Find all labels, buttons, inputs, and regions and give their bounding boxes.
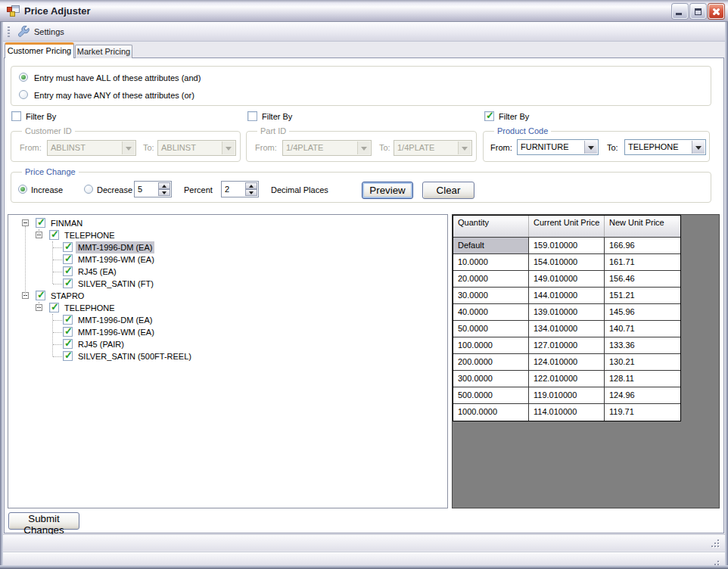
tree-node[interactable]: ✓TELEPHONE [8, 229, 447, 241]
filter-by-checkbox-product[interactable]: ✓ [484, 111, 494, 121]
tree-node-label[interactable]: RJ45 (PAIR) [76, 338, 126, 350]
window-border-bottom[interactable] [0, 565, 728, 569]
grid-cell[interactable]: 130.21 [605, 354, 680, 371]
grid-cell[interactable]: 159.010000 [529, 238, 605, 254]
grid-cell[interactable]: 20.0000 [453, 271, 529, 288]
spin-down-button[interactable] [245, 189, 257, 196]
grid-cell[interactable]: 1000.0000 [453, 404, 529, 421]
grid-row[interactable]: 10.0000154.010000161.71 [453, 254, 680, 271]
tree-node-checkbox[interactable]: ✓ [63, 327, 73, 337]
grid-cell[interactable]: 119.71 [605, 404, 680, 421]
tree-node-checkbox[interactable]: ✓ [63, 278, 73, 288]
grid-cell[interactable]: 149.010000 [529, 271, 605, 288]
tree-node-label[interactable]: MMT-1996-WM (EA) [76, 326, 157, 338]
grid-cell[interactable]: 114.010000 [529, 404, 605, 421]
grid-row[interactable]: 50.0000134.010000140.71 [453, 321, 680, 337]
tree-node[interactable]: ✓MMT-1996-DM (EA) [8, 314, 447, 326]
grid-cell[interactable]: 127.010000 [529, 337, 605, 354]
tree-node-label[interactable]: MMT-1996-DM (EA) [76, 241, 154, 253]
grid-cell[interactable]: 50.0000 [453, 321, 529, 337]
tree-node-checkbox[interactable]: ✓ [36, 291, 45, 300]
tree-node[interactable]: ✓MMT-1996-DM (EA) [8, 241, 447, 253]
tree-node-label[interactable]: SILVER_SATIN (500FT-REEL) [76, 350, 194, 362]
grid-cell[interactable]: 161.71 [605, 254, 680, 271]
product-tree[interactable]: ✓FINMAN✓TELEPHONE✓MMT-1996-DM (EA)✓MMT-1… [8, 214, 448, 508]
maximize-button[interactable] [690, 4, 706, 19]
grid-cell[interactable]: 128.11 [605, 371, 680, 387]
grid-cell[interactable]: 10.0000 [453, 254, 529, 271]
grid-cell[interactable]: 166.96 [605, 238, 680, 254]
grid-header-current-unit-price[interactable]: Current Unit Price [529, 216, 605, 237]
minimize-button[interactable] [672, 4, 688, 19]
tree-node[interactable]: ✓STAPRO [8, 290, 447, 302]
grid-row[interactable]: Default159.010000166.96 [453, 238, 680, 254]
clear-button[interactable]: Clear [422, 182, 474, 199]
grid-row[interactable]: 500.0000119.010000124.96 [453, 387, 680, 404]
tree-expand-icon[interactable] [22, 219, 29, 226]
spin-up-button[interactable] [158, 182, 170, 189]
settings-button[interactable]: Settings [14, 23, 69, 40]
grid-cell[interactable]: 119.010000 [529, 387, 605, 404]
grid-cell[interactable]: 139.010000 [529, 304, 605, 321]
grid-cell[interactable]: 145.96 [605, 304, 680, 321]
grid-header-new-unit-price[interactable]: New Unit Price [605, 216, 680, 237]
pricing-grid[interactable]: Quantity Current Unit Price New Unit Pri… [452, 214, 720, 508]
increase-radio[interactable] [18, 185, 27, 194]
grid-cell[interactable]: Default [453, 238, 529, 254]
grid-row[interactable]: 20.0000149.010000156.46 [453, 271, 680, 288]
tree-node-checkbox[interactable]: ✓ [63, 315, 73, 325]
toolbar-grip[interactable] [8, 26, 10, 37]
grid-cell[interactable]: 122.010000 [529, 371, 605, 387]
tab-market-pricing[interactable]: Market Pricing [75, 45, 132, 58]
grid-cell[interactable]: 124.010000 [529, 354, 605, 371]
grid-header-quantity[interactable]: Quantity [453, 216, 529, 237]
grid-cell[interactable]: 200.0000 [453, 354, 529, 371]
decimal-places-stepper[interactable]: 2 [221, 181, 259, 197]
tree-node[interactable]: ✓TELEPHONE [8, 302, 447, 314]
tree-node[interactable]: ✓FINMAN [8, 217, 447, 229]
tree-node[interactable]: ✓SILVER_SATIN (FT) [8, 278, 447, 290]
tree-node-label[interactable]: TELEPHONE [62, 229, 117, 241]
preview-button[interactable]: Preview [362, 182, 413, 199]
tree-node-label[interactable]: TELEPHONE [62, 302, 117, 314]
tree-node-label[interactable]: MMT-1996-WM (EA) [76, 253, 157, 266]
match-any-radio[interactable] [19, 90, 28, 99]
grid-row[interactable]: 30.0000144.010000151.21 [453, 288, 680, 304]
tree-node[interactable]: ✓MMT-1996-WM (EA) [8, 326, 447, 338]
grid-row[interactable]: 1000.0000114.010000119.71 [453, 404, 680, 421]
tree-node-checkbox[interactable]: ✓ [63, 242, 73, 252]
filter-by-checkbox-customer[interactable] [11, 111, 21, 121]
grid-cell[interactable]: 140.71 [605, 321, 680, 337]
filter-by-checkbox-part[interactable] [247, 111, 257, 121]
product-from-combo[interactable]: FURNITURE [517, 139, 599, 155]
grid-cell[interactable]: 144.010000 [529, 288, 605, 304]
tree-node-checkbox[interactable]: ✓ [63, 254, 73, 264]
grid-cell[interactable]: 30.0000 [453, 288, 529, 304]
tree-node[interactable]: ✓RJ45 (EA) [8, 266, 447, 278]
resize-grip-icon[interactable] [711, 539, 713, 541]
tree-node[interactable]: ✓SILVER_SATIN (500FT-REEL) [8, 350, 447, 362]
spin-down-button[interactable] [158, 189, 170, 196]
grid-cell[interactable]: 156.46 [605, 271, 680, 288]
close-button[interactable] [708, 4, 724, 19]
grid-row[interactable]: 40.0000139.010000145.96 [453, 304, 680, 321]
tree-node-checkbox[interactable]: ✓ [63, 351, 73, 361]
grid-row[interactable]: 100.0000127.010000133.36 [453, 337, 680, 354]
resize-grip-icon[interactable] [711, 561, 713, 562]
grid-row[interactable]: 200.0000124.010000130.21 [453, 354, 680, 371]
grid-cell[interactable]: 300.0000 [453, 371, 529, 387]
tree-node-checkbox[interactable]: ✓ [36, 218, 45, 228]
tree-node[interactable]: ✓RJ45 (PAIR) [8, 338, 447, 350]
grid-cell[interactable]: 154.010000 [529, 254, 605, 271]
grid-row[interactable]: 300.0000122.010000128.11 [453, 371, 680, 387]
tree-node-label[interactable]: FINMAN [48, 217, 85, 229]
tree-node-label[interactable]: SILVER_SATIN (FT) [76, 278, 156, 290]
tree-node-label[interactable]: STAPRO [48, 290, 86, 302]
decrease-radio[interactable] [84, 185, 93, 194]
tree-node-label[interactable]: RJ45 (EA) [76, 266, 119, 278]
spin-up-button[interactable] [245, 182, 257, 189]
match-all-radio[interactable] [19, 73, 28, 82]
tree-node-checkbox[interactable]: ✓ [63, 266, 73, 276]
tree-node-label[interactable]: MMT-1996-DM (EA) [76, 314, 154, 326]
tree-node-checkbox[interactable]: ✓ [49, 230, 59, 240]
